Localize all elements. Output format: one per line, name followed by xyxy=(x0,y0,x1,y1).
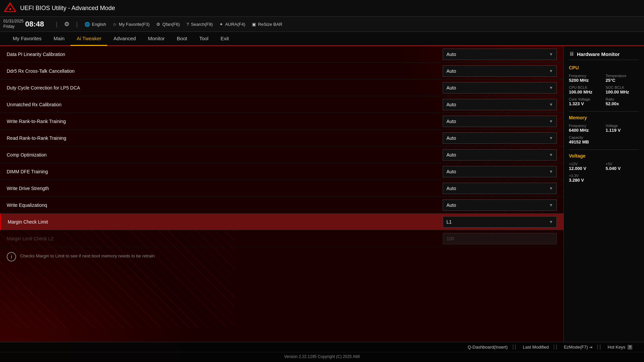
setting-control-write-eq[interactable]: Auto ▼ xyxy=(443,199,557,211)
qfan-button[interactable]: ⚙ Qfan(F6) xyxy=(156,22,180,27)
chevron-down-icon: ▼ xyxy=(549,52,553,57)
footer-buttons-row: Q-Dashboard(Insert) | Last Modified | Ez… xyxy=(0,342,644,352)
setting-row-ddr5-rx[interactable]: Ddr5 Rx Cross-Talk Cancellation Auto ▼ xyxy=(0,63,564,79)
setting-control-margin-check[interactable]: L1 ▼ xyxy=(443,216,557,228)
chevron-down-icon: ▼ xyxy=(549,136,553,140)
toolbar: 01/31/2025 Friday 08:48 | ⚙ | 🌐 English … xyxy=(0,17,644,32)
setting-control-data-pi[interactable]: Auto ▼ xyxy=(443,49,557,60)
chevron-down-icon: ▼ xyxy=(549,69,553,73)
dropdown-data-pi[interactable]: Auto ▼ xyxy=(443,49,557,60)
dropdown-write-drive[interactable]: Auto ▼ xyxy=(443,183,557,194)
setting-row-margin-check[interactable]: Margin Check Limit L1 ▼ xyxy=(0,214,564,230)
resize-icon: ▣ xyxy=(252,22,256,27)
time-display: 08:48 xyxy=(25,20,44,28)
dropdown-comp-opt[interactable]: Auto ▼ xyxy=(443,149,557,161)
separator-1: | xyxy=(56,21,57,28)
setting-row-margin-limit-l2: Margin Limit Check L2 100 xyxy=(0,230,564,247)
core-voltage-item: Core Voltage 1.323 V xyxy=(569,97,602,106)
setting-row-data-pi[interactable]: Data PI Linearity Calibration Auto ▼ xyxy=(0,46,564,63)
hot-keys-button[interactable]: Hot Keys ? xyxy=(603,345,638,350)
setting-label-read-rank: Read Rank-to-Rank Training xyxy=(7,135,443,141)
setting-control-write-drive[interactable]: Auto ▼ xyxy=(443,183,557,194)
chevron-down-icon: ▼ xyxy=(549,85,553,90)
setting-label-write-drive: Write Drive Strength xyxy=(7,186,443,191)
setting-row-dimm-dfe[interactable]: DIMM DFE Training Auto ▼ xyxy=(0,163,564,180)
text-input-margin-limit-l2: 100 xyxy=(443,233,557,244)
nav-advanced[interactable]: Advanced xyxy=(107,32,142,46)
aura-button[interactable]: ✦ AURA(F4) xyxy=(219,22,245,27)
dropdown-dimm-dfe[interactable]: Auto ▼ xyxy=(443,166,557,177)
aura-icon: ✦ xyxy=(219,22,223,27)
version-text: Version 2.22.1295 Copyright (C) 2025 AMI xyxy=(284,354,360,360)
main-content: Data PI Linearity Calibration Auto ▼ Ddr… xyxy=(0,46,644,349)
settings-button[interactable]: ⚙ xyxy=(64,20,69,28)
setting-control-write-rank[interactable]: Auto ▼ xyxy=(443,116,557,127)
nav-boot[interactable]: Boot xyxy=(171,32,193,46)
dropdown-ddr5-rx[interactable]: Auto ▼ xyxy=(443,65,557,77)
setting-control-dimm-dfe[interactable]: Auto ▼ xyxy=(443,166,557,177)
hw-monitor-panel: 🖥 Hardware Monitor CPU Frequency 5200 MH… xyxy=(564,46,644,349)
dropdown-write-eq[interactable]: Auto ▼ xyxy=(443,199,557,211)
resize-bar-button[interactable]: ▣ ReSize BAR xyxy=(252,22,282,27)
chevron-down-icon: ▼ xyxy=(549,119,553,124)
search-icon: ? xyxy=(186,22,189,27)
setting-control-unmatched-rx[interactable]: Auto ▼ xyxy=(443,99,557,110)
nav-monitor[interactable]: Monitor xyxy=(142,32,171,46)
setting-row-duty-cycle[interactable]: Duty Cycle Correction for LP5 DCA Auto ▼ xyxy=(0,79,564,96)
setting-label-write-rank: Write Rank-to-Rank Training xyxy=(7,119,443,124)
memory-voltage-divider xyxy=(569,149,639,150)
setting-control-margin-limit-l2: 100 xyxy=(443,233,557,244)
setting-control-ddr5-rx[interactable]: Auto ▼ xyxy=(443,65,557,77)
nav-my-favorites[interactable]: My Favorites xyxy=(7,32,48,46)
hw-monitor-title-text: Hardware Monitor xyxy=(577,51,620,57)
chevron-down-icon: ▼ xyxy=(549,220,553,224)
nav-ai-tweaker[interactable]: Ai Tweaker xyxy=(70,32,107,46)
cpu-freq-temp-grid: Frequency 5200 MHz Temperature 25°C CPU … xyxy=(569,74,639,106)
cpu-bclk-item: CPU BCLK 100.00 MHz xyxy=(569,85,602,95)
settings-panel: Data PI Linearity Calibration Auto ▼ Ddr… xyxy=(0,46,564,349)
nav-main[interactable]: Main xyxy=(48,32,71,46)
my-favorite-button[interactable]: ☆ My Favorite(F3) xyxy=(113,22,150,27)
language-selector[interactable]: 🌐 English xyxy=(85,22,106,27)
nav-tool[interactable]: Tool xyxy=(193,32,215,46)
setting-label-margin-check: Margin Check Limit xyxy=(8,219,443,225)
footer-sep-2: | xyxy=(554,344,559,350)
nav-exit[interactable]: Exit xyxy=(214,32,235,46)
setting-control-comp-opt[interactable]: Auto ▼ xyxy=(443,149,557,161)
dropdown-unmatched-rx[interactable]: Auto ▼ xyxy=(443,99,557,110)
setting-row-write-eq[interactable]: Write Equalizationq Auto ▼ xyxy=(0,197,564,214)
setting-label-write-eq: Write Equalizationq xyxy=(7,202,443,208)
dropdown-read-rank[interactable]: Auto ▼ xyxy=(443,132,557,144)
star-icon: ☆ xyxy=(113,22,117,27)
ez-mode-button[interactable]: EzMode(F7) ⇥ xyxy=(559,345,598,350)
footer-sep-3: | xyxy=(598,344,602,350)
qdashboard-button[interactable]: Q-Dashboard(Insert) xyxy=(463,345,513,350)
svg-text:✦: ✦ xyxy=(9,7,12,11)
info-section: i Checks Margin to Limit to see if next … xyxy=(0,247,564,266)
setting-control-read-rank[interactable]: Auto ▼ xyxy=(443,132,557,144)
date-display: 01/31/2025 Friday xyxy=(3,19,23,29)
setting-label-data-pi: Data PI Linearity Calibration xyxy=(7,52,443,57)
setting-control-duty-cycle[interactable]: Auto ▼ xyxy=(443,82,557,94)
cpu-frequency-item: Frequency 5200 MHz xyxy=(569,74,602,83)
setting-label-unmatched-rx: Unmatched Rx Calibration xyxy=(7,102,443,107)
setting-row-read-rank[interactable]: Read Rank-to-Rank Training Auto ▼ xyxy=(0,130,564,146)
dropdown-margin-check[interactable]: L1 ▼ xyxy=(443,216,557,228)
setting-row-write-rank[interactable]: Write Rank-to-Rank Training Auto ▼ xyxy=(0,113,564,130)
chevron-down-icon: ▼ xyxy=(549,153,553,157)
setting-label-duty-cycle: Duty Cycle Correction for LP5 DCA xyxy=(7,85,443,90)
dropdown-duty-cycle[interactable]: Auto ▼ xyxy=(443,82,557,94)
memory-grid: Frequency 6400 MHz Voltage 1.119 V Capac… xyxy=(569,124,639,144)
v12-item: +12V 12.000 V xyxy=(569,162,602,171)
setting-row-unmatched-rx[interactable]: Unmatched Rx Calibration Auto ▼ xyxy=(0,96,564,113)
cpu-temperature-item: Temperature 25°C xyxy=(606,74,639,83)
search-button[interactable]: ? Search(F9) xyxy=(186,22,213,27)
setting-label-margin-limit-l2: Margin Limit Check L2 xyxy=(7,236,443,241)
setting-label-dimm-dfe: DIMM DFE Training xyxy=(7,169,443,174)
setting-row-write-drive[interactable]: Write Drive Strength Auto ▼ xyxy=(0,180,564,197)
dropdown-write-rank[interactable]: Auto ▼ xyxy=(443,116,557,127)
chevron-down-icon: ▼ xyxy=(549,186,553,191)
last-modified-button[interactable]: Last Modified xyxy=(518,345,554,350)
globe-icon: 🌐 xyxy=(85,22,90,27)
setting-row-comp-opt[interactable]: Comp Optimization Auto ▼ xyxy=(0,146,564,163)
